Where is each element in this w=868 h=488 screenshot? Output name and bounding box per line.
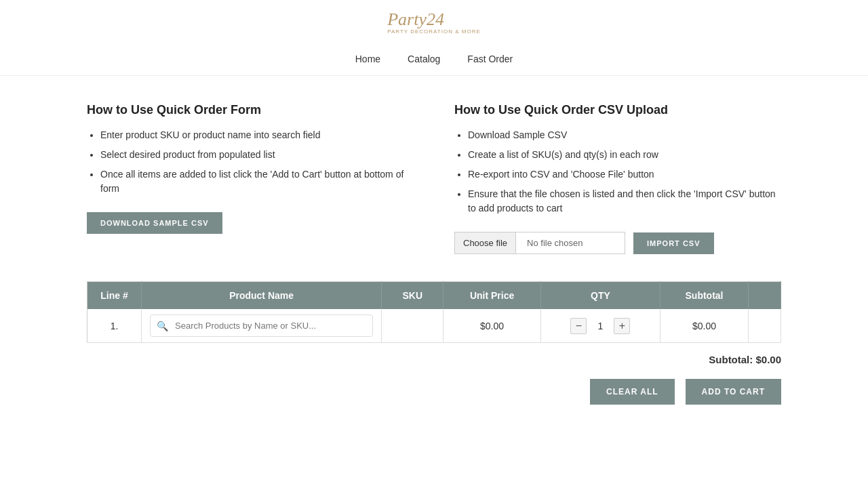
footer-buttons: CLEAR ALL ADD TO CART — [87, 379, 781, 405]
qty-decrease-button[interactable]: − — [570, 318, 587, 334]
row-line-num: 1. — [87, 309, 142, 343]
search-wrapper: 🔍 — [150, 314, 373, 337]
main-content: How to Use Quick Order Form Enter produc… — [0, 76, 868, 425]
info-section: How to Use Quick Order Form Enter produc… — [87, 103, 781, 254]
row-actions — [748, 309, 781, 343]
col-sku: SKU — [382, 282, 443, 310]
right-instruction-2: Create a list of SKU(s) and qty(s) in ea… — [468, 148, 781, 162]
right-instructions: Download Sample CSV Create a list of SKU… — [454, 128, 781, 216]
table-section: Line # Product Name SKU Unit Price QTY S… — [87, 281, 781, 405]
subtotal-label: Subtotal: $0.00 — [709, 354, 781, 365]
row-unit-price: $0.00 — [443, 309, 540, 343]
nav-catalog[interactable]: Catalog — [408, 51, 440, 67]
col-qty: QTY — [540, 282, 660, 310]
row-subtotal: $0.00 — [660, 309, 749, 343]
file-input-wrapper: Choose file No file chosen — [454, 232, 625, 254]
left-instructions: Enter product SKU or product name into s… — [87, 128, 414, 196]
logo-main: Party24 — [387, 11, 481, 28]
qty-control: − 1 + — [552, 318, 649, 334]
col-subtotal: Subtotal — [660, 282, 749, 310]
qty-increase-button[interactable]: + — [614, 318, 630, 334]
import-csv-button[interactable]: IMPORT CSV — [633, 232, 713, 254]
search-icon: 🔍 — [157, 321, 168, 331]
header: Party24 PARTY DECORATION & MORE Home Cat… — [0, 0, 868, 76]
row-sku — [382, 309, 443, 343]
download-csv-button[interactable]: DOWNLOAD SAMPLE CSV — [87, 212, 222, 234]
table-header: Line # Product Name SKU Unit Price QTY S… — [87, 282, 781, 310]
order-table: Line # Product Name SKU Unit Price QTY S… — [87, 281, 781, 343]
table-row: 1. 🔍 $0.00 − 1 + — [87, 309, 781, 343]
subtotal-line: Subtotal: $0.00 — [87, 354, 781, 365]
right-title: How to Use Quick Order CSV Upload — [454, 103, 781, 117]
product-search-input[interactable] — [150, 314, 373, 337]
left-instruction-3: Once all items are added to list click t… — [100, 167, 414, 196]
right-instruction-1: Download Sample CSV — [468, 128, 781, 142]
right-instruction-3: Re-export into CSV and 'Choose File' but… — [468, 167, 781, 182]
left-instruction-2: Select desired product from populated li… — [100, 148, 414, 162]
logo: Party24 PARTY DECORATION & MORE — [387, 11, 481, 35]
col-product-name: Product Name — [142, 282, 382, 310]
csv-upload-row: Choose file No file chosen IMPORT CSV — [454, 232, 781, 254]
left-instruction-1: Enter product SKU or product name into s… — [100, 128, 414, 142]
add-to-cart-button[interactable]: ADD TO CART — [686, 379, 781, 405]
left-title: How to Use Quick Order Form — [87, 103, 414, 117]
table-body: 1. 🔍 $0.00 − 1 + — [87, 309, 781, 343]
nav-fast-order[interactable]: Fast Order — [467, 51, 513, 67]
col-line-num: Line # — [87, 282, 142, 310]
main-nav: Home Catalog Fast Order — [355, 43, 513, 75]
right-column: How to Use Quick Order CSV Upload Downlo… — [454, 103, 781, 254]
col-action — [748, 282, 781, 310]
right-instruction-4: Ensure that the file chosen is listed an… — [468, 187, 781, 216]
row-product-search-cell: 🔍 — [142, 309, 382, 343]
left-column: How to Use Quick Order Form Enter produc… — [87, 103, 414, 254]
nav-home[interactable]: Home — [355, 51, 380, 67]
col-unit-price: Unit Price — [443, 282, 540, 310]
qty-value: 1 — [593, 321, 607, 331]
logo-sub: PARTY DECORATION & MORE — [387, 28, 481, 35]
clear-all-button[interactable]: CLEAR ALL — [590, 379, 675, 405]
row-qty-cell: − 1 + — [540, 309, 660, 343]
